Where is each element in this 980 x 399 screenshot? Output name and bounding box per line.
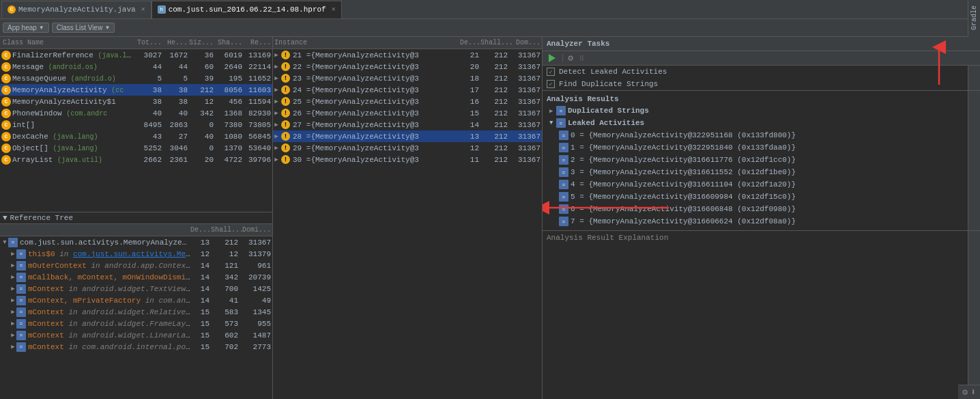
class-list-dropdown[interactable]: Class List View ▼	[52, 23, 115, 33]
result-leaked-1[interactable]: = 1 = {MemoryAnalyzeActivity@322951840 (…	[547, 141, 976, 154]
inst-expand-9[interactable]: ▶	[273, 156, 280, 163]
inst-expand-6[interactable]: ▶	[273, 121, 280, 128]
inst-row-6[interactable]: ▶ ! 27 ={MemoryAnalyzeActivity@3 14 212 …	[273, 119, 542, 130]
ref-dom-3: 20739	[240, 273, 272, 281]
inst-expand-8[interactable]: ▶	[273, 144, 280, 152]
inst-row-1[interactable]: ▶ ! 22 ={MemoryAnalyzeActivity@3 20 212 …	[273, 61, 542, 72]
inst-row-9[interactable]: ▶ ! 30 ={MemoryAnalyzeActivity@3 11 212 …	[273, 154, 542, 165]
inst-dom-8: 31367	[509, 144, 542, 152]
instance-scroll[interactable]: ▶ ! 21 ={MemoryAnalyzeActivity@3 21 212 …	[273, 49, 542, 399]
ref-expand-7[interactable]: ▶	[10, 320, 16, 327]
class-icon-4: C	[1, 97, 11, 107]
ref-row-3[interactable]: ▶ = mCallback, mContext, mOnWindowDismis…	[0, 271, 272, 283]
class-row-3[interactable]: C MemoryAnalyzeActivity (cc 38 38 212 80…	[0, 84, 272, 96]
ref-expand-8[interactable]: ▶	[10, 331, 16, 339]
ref-icon-2: =	[16, 261, 26, 271]
ref-expand-2[interactable]: ▶	[10, 262, 16, 269]
inst-expand-1[interactable]: ▶	[273, 63, 280, 70]
inst-row-2[interactable]: ▶ ! 23 ={MemoryAnalyzeActivity@3 18 212 …	[273, 72, 542, 84]
gradle-label[interactable]: Gradle	[970, 5, 978, 30]
class-row-2[interactable]: C MessageQueue (android.o) 5 5 39 195 11…	[0, 72, 272, 84]
ref-expand-6[interactable]: ▶	[10, 308, 16, 316]
result-leaked-activities[interactable]: ▼ = Leaked Activities	[547, 117, 976, 129]
ref-row-1[interactable]: ▶ = this$0 in com.just.sun.activitys.Mem…	[0, 248, 272, 260]
result-leaked-0[interactable]: = 0 = {MemoryAnalyzeActivity@322951168 (…	[547, 129, 976, 141]
tab-java-close[interactable]: ×	[141, 6, 145, 14]
checkbox-detect-leaked[interactable]: ✓ Detect Leaked Activities	[543, 66, 980, 78]
inst-expand-5[interactable]: ▶	[273, 109, 280, 117]
inst-sh-1: 212	[480, 63, 509, 71]
tab-java[interactable]: C MemoryAnalyzeActivity.java ×	[1, 1, 152, 18]
ref-expand-4[interactable]: ▶	[10, 285, 16, 292]
ref-text-5: mContext, mPrivateFactory in com.android…	[28, 297, 190, 305]
inst-row-5[interactable]: ▶ ! 26 ={MemoryAnalyzeActivity@3 15 212 …	[273, 107, 542, 119]
ref-expand-5[interactable]: ▶	[10, 297, 16, 304]
class-row-5[interactable]: C PhoneWindow (com.andrc 40 40 342 1368 …	[0, 107, 272, 119]
ref-row-5[interactable]: ▶ = mContext, mPrivateFactory in com.and…	[0, 294, 272, 306]
inst-row-7[interactable]: ▶ ! 28 ={MemoryAnalyzeActivity@3 13 212 …	[273, 130, 542, 142]
ref-de-1: 12	[190, 250, 211, 258]
result-leaked-2[interactable]: = 2 = {MemoryAnalyzeActivity@316611776 (…	[547, 154, 976, 166]
result-leaked-7[interactable]: = 7 = {MemoryAnalyzeActivity@316606624 (…	[547, 215, 976, 228]
ref-tree-scroll[interactable]: ▼ = com.just.sun.activitys.MemoryAnalyze…	[0, 236, 272, 399]
checkbox-find-duplicates[interactable]: ✓ Find Duplicate Strings	[543, 78, 980, 90]
class-row-6[interactable]: C int[] 8495 2863 0 7380 73805	[0, 119, 272, 130]
inst-row-3[interactable]: ▶ ! 24 ={MemoryAnalyzeActivity@3 17 212 …	[273, 84, 542, 96]
settings-button[interactable]: ⚙	[568, 53, 573, 64]
result-leaked-6[interactable]: = 6 = {MemoryAnalyzeActivity@316606848 (…	[547, 203, 976, 215]
class-list-scroll[interactable]: C FinalizerReference (java.lar 3027 1672…	[0, 49, 272, 212]
cb-find-duplicates[interactable]: ✓	[547, 80, 555, 88]
instance-columns: Instance De... Shall... Dom...	[273, 37, 542, 49]
result-leaked-5[interactable]: = 5 = {MemoryAnalyzeActivity@316609984 (…	[547, 191, 976, 203]
ref-icon-4: =	[16, 284, 26, 294]
expand-duplicated[interactable]: ▶	[549, 107, 556, 115]
inst-expand-4[interactable]: ▶	[273, 98, 280, 105]
inst-row-4[interactable]: ▶ ! 25 ={MemoryAnalyzeActivity@3 16 212 …	[273, 96, 542, 107]
expand-ref-tree[interactable]: ▼	[3, 214, 8, 222]
result-text-l0: 0 = {MemoryAnalyzeActivity@322951168 (0x…	[571, 131, 796, 139]
inst-expand-7[interactable]: ▶	[273, 133, 280, 140]
inst-expand-2[interactable]: ▶	[273, 74, 280, 82]
ref-sh-6: 583	[211, 308, 240, 316]
class-row-8[interactable]: C Object[] (java.lang) 5252 3046 0 1370 …	[0, 142, 272, 154]
export-bottom-icon[interactable]: ⬇	[970, 387, 976, 398]
ref-tree-title: Reference Tree	[10, 214, 73, 222]
ref-row-7[interactable]: ▶ = mContext in android.widget.FrameLayo…	[0, 318, 272, 329]
class-he-2: 5	[163, 74, 189, 83]
ref-row-2[interactable]: ▶ = mOuterContext in android.app.Context…	[0, 260, 272, 271]
class-row-1[interactable]: C Message (android.os) 44 44 60 2640 221…	[0, 61, 272, 72]
settings-bottom-icon[interactable]: ⚙	[962, 387, 968, 398]
ref-row-8[interactable]: ▶ = mContext in android.widget.LinearLay…	[0, 329, 272, 341]
class-row-4[interactable]: C MemoryAnalyzeActivity$1 38 38 12 456 1…	[0, 96, 272, 107]
result-leaked-3[interactable]: = 3 = {MemoryAnalyzeActivity@316611552 (…	[547, 166, 976, 178]
class-row-9[interactable]: C ArrayList (java.util) 2662 2361 20 472…	[0, 154, 272, 165]
result-leaked-4[interactable]: = 4 = {MemoryAnalyzeActivity@316611104 (…	[547, 178, 976, 191]
tab-hprof[interactable]: h com.just.sun_2016.06.22_14.08.hprof ×	[152, 1, 342, 18]
inst-expand-0[interactable]: ▶	[273, 51, 280, 59]
class-row-0[interactable]: C FinalizerReference (java.lar 3027 1672…	[0, 49, 272, 61]
app-heap-dropdown[interactable]: App heap ▼	[3, 23, 49, 33]
class-re-5: 82930	[244, 109, 272, 118]
class-siz-8: 0	[189, 144, 215, 152]
ref-text-1: this$0 in com.just.sun.activitys.MemoryA…	[28, 250, 190, 258]
ref-row-0[interactable]: ▼ = com.just.sun.activitys.MemoryAnalyze…	[0, 236, 272, 248]
inst-expand-3[interactable]: ▶	[273, 86, 280, 94]
cb-detect-leaked[interactable]: ✓	[547, 68, 555, 76]
ref-row-4[interactable]: ▶ = mContext in android.widget.TextView@…	[0, 283, 272, 294]
ref-dom-5: 49	[240, 297, 272, 305]
ref-expand-3[interactable]: ▶	[10, 273, 16, 281]
tab-hprof-close[interactable]: ×	[332, 6, 336, 14]
ref-row-6[interactable]: ▶ = mContext in android.widget.RelativeL…	[0, 306, 272, 318]
expand-leaked[interactable]: ▼	[549, 120, 556, 126]
ref-expand-1[interactable]: ▶	[10, 250, 16, 258]
result-duplicated-strings[interactable]: ▶ = Duplicated Strings	[547, 105, 976, 117]
inst-warn-6: !	[281, 120, 290, 129]
ref-row-9[interactable]: ▶ = mContext in com.android.internal.pol…	[0, 341, 272, 353]
ref-expand-0[interactable]: ▼	[1, 239, 8, 246]
run-analyzer-button[interactable]	[547, 53, 558, 64]
inst-row-8[interactable]: ▶ ! 29 ={MemoryAnalyzeActivity@3 12 212 …	[273, 142, 542, 154]
class-tot-7: 43	[134, 133, 163, 141]
ref-expand-9[interactable]: ▶	[10, 343, 16, 350]
class-row-7[interactable]: C DexCache (java.lang) 43 27 40 1080 568…	[0, 130, 272, 142]
inst-row-0[interactable]: ▶ ! 21 ={MemoryAnalyzeActivity@3 21 212 …	[273, 49, 542, 61]
